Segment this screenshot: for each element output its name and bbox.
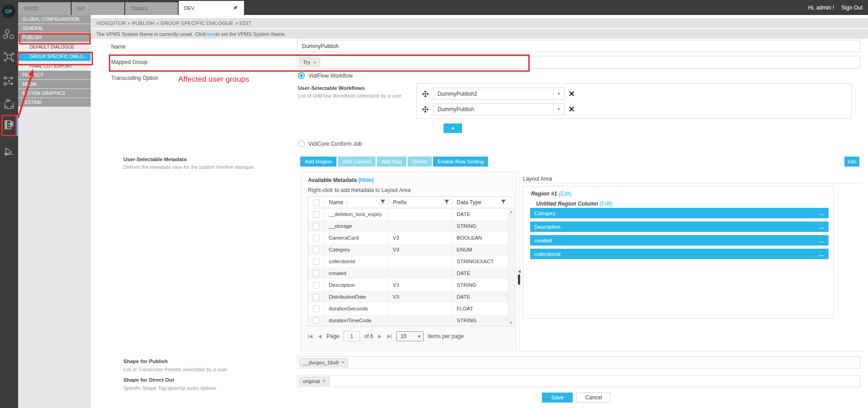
layout-field-collectionid[interactable]: collectionId… — [530, 249, 829, 259]
cell-name: DistributionDate — [325, 291, 389, 303]
layout-field-description[interactable]: Description… — [530, 221, 829, 232]
info-button[interactable]: Info — [844, 157, 859, 167]
remove-chip-icon[interactable]: × — [341, 359, 345, 365]
vpms-here-link[interactable]: here — [205, 31, 215, 37]
filter-icon[interactable] — [444, 199, 449, 206]
shape-direct-field[interactable]: original × — [297, 375, 860, 387]
add-column-button[interactable]: Add Column — [338, 157, 375, 167]
cancel-button[interactable]: Cancel — [576, 393, 611, 403]
table-row[interactable]: DistributionDateV3DATE — [308, 291, 514, 303]
workflow-select[interactable]: DummyPublish2▼ — [433, 88, 565, 100]
sidebar-cycle-icon[interactable] — [3, 98, 15, 110]
add-bag-button[interactable]: Add Bag — [377, 157, 406, 167]
save-button[interactable]: Save — [542, 393, 573, 403]
annotation-text: Affected user groups — [178, 75, 249, 84]
sidebar-flow-arrows-icon[interactable] — [3, 75, 15, 87]
tab-trans[interactable]: TRANS — [125, 2, 178, 15]
tab-int[interactable]: INT — [72, 2, 124, 15]
table-row[interactable]: durationSecondsFLOAT — [308, 303, 514, 315]
remove-chip-icon[interactable]: × — [322, 378, 326, 384]
nav-item-media[interactable]: MEDIA — [18, 80, 91, 89]
row-checkbox[interactable] — [313, 223, 320, 230]
sidebar-cubes-icon[interactable] — [3, 28, 15, 40]
sidebar-video-editor-icon[interactable] — [3, 119, 15, 131]
remove-chip-icon[interactable]: × — [313, 59, 317, 65]
radio-vidiflow-workflow[interactable]: VidiFlow Workflow — [298, 72, 353, 79]
nav-item-group-specific-dialo[interactable]: GROUP SPECIFIC DIALO... — [18, 52, 91, 61]
sidebar-network-icon[interactable] — [3, 51, 15, 63]
table-row[interactable]: CategoryV3ENUM — [308, 244, 514, 256]
cell-data-type: STRING — [453, 220, 509, 232]
nav-item-motion-graphics[interactable]: MOTION GRAPHICS — [18, 89, 91, 98]
enable-row-sorting-button[interactable]: Enable Row Sorting — [433, 157, 488, 167]
nav-item-publish[interactable]: PUBLISH — [18, 33, 91, 42]
table-row[interactable]: CameraCardV3BOOLEAN — [308, 232, 514, 244]
region-edit-link[interactable]: (Edit) — [559, 191, 572, 197]
splitter-handle[interactable] — [518, 275, 520, 285]
nav-item-general[interactable]: GENERAL — [18, 24, 91, 33]
remove-workflow-icon[interactable] — [569, 107, 574, 112]
prev-page-button[interactable] — [317, 334, 322, 339]
items-per-page-select[interactable]: 10 ▼ — [396, 331, 424, 341]
cell-data-type: ENUM — [453, 244, 509, 256]
nav-item-project[interactable]: PROJECT — [18, 71, 91, 80]
filter-icon[interactable] — [501, 199, 506, 206]
last-page-button[interactable] — [386, 334, 392, 339]
mapped-group-field[interactable]: Try × — [297, 56, 860, 69]
row-checkbox[interactable] — [313, 270, 320, 277]
available-metadata-panel: Available Metadata (Hide) Right-click to… — [300, 172, 517, 352]
scroll-up-icon[interactable]: ▲ — [509, 210, 513, 214]
column-header-prefix[interactable]: Prefix — [389, 197, 453, 208]
field-menu-icon[interactable]: … — [819, 251, 825, 257]
field-menu-icon[interactable]: … — [819, 238, 825, 243]
table-scrollbar[interactable]: ▲ ▼ — [508, 209, 514, 326]
field-menu-icon[interactable]: … — [819, 224, 825, 230]
row-checkbox[interactable] — [313, 294, 320, 300]
workflow-select[interactable]: DummyPublish▼ — [433, 103, 565, 115]
sign-out-link[interactable]: Sign Out — [841, 5, 863, 11]
remove-workflow-icon[interactable] — [569, 91, 574, 96]
nav-item-global-configuration[interactable]: GLOBAL CONFIGURATION — [18, 15, 91, 24]
scroll-down-icon[interactable]: ▼ — [509, 321, 513, 325]
filter-icon[interactable] — [380, 199, 385, 206]
layout-field-created[interactable]: created… — [530, 235, 829, 246]
row-checkbox[interactable] — [313, 235, 320, 241]
column-header-name[interactable]: Name ↑ — [325, 197, 389, 208]
shape-publish-field[interactable]: __dvcpro_16x9 × — [297, 356, 860, 369]
drag-handle-icon[interactable] — [422, 106, 429, 113]
row-checkbox[interactable] — [313, 211, 320, 218]
column-edit-link[interactable]: (Edit) — [600, 201, 613, 207]
tab-dev[interactable]: DEV — [179, 1, 244, 15]
next-page-button[interactable] — [377, 334, 382, 339]
table-row[interactable]: DescriptionV3STRING — [308, 279, 514, 291]
page-number-input[interactable] — [343, 331, 360, 341]
table-row[interactable]: createdDATE — [308, 267, 514, 279]
field-menu-icon[interactable]: … — [819, 211, 825, 216]
row-checkbox[interactable] — [313, 246, 320, 253]
nav-item-final-cut-export[interactable]: FINAL CUT EXPORT — [18, 61, 91, 71]
table-row[interactable]: __storageSTRING — [308, 220, 514, 232]
drag-handle-icon[interactable] — [422, 91, 429, 97]
nav-item-testing[interactable]: TESTING — [18, 98, 91, 107]
tab-prod[interactable]: PROD — [18, 2, 71, 15]
select-all-checkbox[interactable] — [313, 199, 320, 206]
name-input[interactable] — [297, 40, 860, 52]
first-page-button[interactable] — [307, 334, 313, 339]
layout-field-category[interactable]: Category… — [530, 208, 829, 218]
delete-button[interactable]: Delete — [408, 157, 432, 167]
row-checkbox[interactable] — [313, 258, 320, 265]
add-region-button[interactable]: Add Region — [300, 157, 336, 167]
column-header-data-type[interactable]: Data Type — [453, 197, 509, 208]
nav-item-default-dialogue[interactable]: DEFAULT DIALOGUE — [18, 42, 91, 52]
sidebar-pen-tool-icon[interactable] — [3, 145, 15, 157]
radio-vidicore-conform-job[interactable]: VidiCore Conform Job — [298, 140, 362, 147]
add-workflow-button[interactable]: + — [444, 123, 462, 133]
avatar[interactable]: CP — [2, 5, 15, 18]
row-checkbox[interactable] — [313, 282, 320, 289]
table-row[interactable]: durationTimeCodeSTRING — [308, 315, 514, 326]
row-checkbox[interactable] — [313, 317, 320, 324]
table-row[interactable]: __deletion_lock_expiryDATE — [308, 208, 514, 220]
table-row[interactable]: collectionIdSTRINGEXACT — [308, 256, 514, 267]
hide-link[interactable]: (Hide) — [358, 177, 374, 183]
row-checkbox[interactable] — [313, 305, 320, 312]
